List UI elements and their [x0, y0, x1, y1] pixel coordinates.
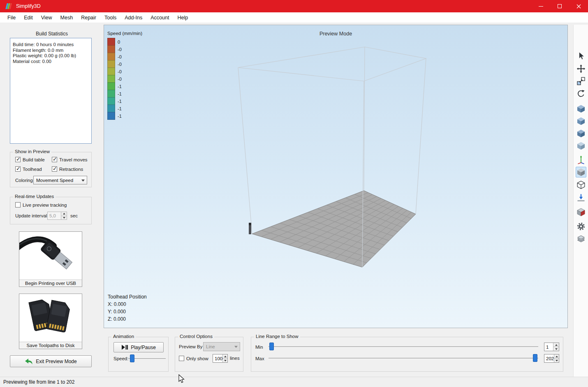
update-interval-label: Update interval	[15, 213, 47, 218]
app-window: Simplify3D FileEditViewMeshRepairToolsAd…	[0, 0, 588, 387]
spinner-up-button[interactable]	[223, 354, 227, 358]
checkbox-toolhead[interactable]: Toolhead	[15, 166, 52, 172]
window-title: Simplify3D	[16, 3, 41, 9]
status-bar: Previewing file from line 1 to 202	[0, 377, 588, 387]
spinner-up-button[interactable]	[554, 354, 559, 358]
save-toolpaths-button[interactable]: Save Toolpaths to Disk	[19, 342, 82, 349]
group-title-control-options: Control Options	[178, 334, 214, 339]
exit-preview-mode-button[interactable]: Exit Preview Mode	[10, 355, 92, 367]
preview-viewport[interactable]: Preview Mode Speed (mm/min) 0-0-0-0-0-0-…	[104, 25, 568, 328]
slider-handle[interactable]	[269, 343, 274, 350]
toolhead-x-value: X: 0.000	[108, 301, 147, 308]
checkbox-travel-moves[interactable]: Travel moves	[52, 157, 88, 162]
legend-color-swatch	[107, 105, 115, 112]
cross-section-icon[interactable]	[576, 207, 586, 217]
min-line-spinner[interactable]: 1	[544, 343, 559, 351]
slider-handle[interactable]	[533, 354, 537, 362]
legend-value-label: -1	[118, 99, 122, 104]
legend-color-swatch	[107, 68, 115, 75]
control-options-group: Control Options Preview By Line Only sho…	[175, 337, 243, 372]
triangle-up-icon	[555, 344, 558, 346]
build-statistics-title: Build Statistics	[0, 31, 104, 37]
group-title-animation: Animation	[111, 334, 136, 339]
slider-handle[interactable]	[130, 354, 134, 362]
checkbox-build-table[interactable]: Build table	[15, 157, 52, 162]
legend-color-swatch	[107, 38, 115, 46]
menu-item-account[interactable]: Account	[146, 15, 173, 21]
move-model-icon[interactable]	[576, 63, 586, 74]
max-line-spinner[interactable]: 202	[544, 354, 559, 363]
menu-item-help[interactable]: Help	[173, 15, 192, 21]
show-in-preview-checkboxes: Build table Travel moves Toolhead Retrac…	[15, 157, 88, 172]
exit-preview-mode-label: Exit Preview Mode	[36, 359, 76, 364]
triangle-up-icon	[556, 356, 558, 357]
lines-label: lines	[230, 356, 240, 361]
app-logo-icon	[4, 3, 13, 9]
menu-item-mesh[interactable]: Mesh	[56, 15, 77, 21]
coordinate-axes-icon[interactable]	[576, 154, 586, 165]
spinner-value: 202	[544, 354, 554, 362]
usb-cable-image	[19, 232, 82, 278]
save-toolpaths-panel[interactable]: Save Toolpaths to Disk	[19, 294, 82, 349]
spinner-down-button[interactable]	[554, 358, 559, 362]
spinner-down-button[interactable]	[223, 358, 227, 362]
maximize-button[interactable]	[550, 0, 569, 12]
legend-entry: -1	[107, 82, 142, 90]
settings-gear-icon[interactable]	[576, 221, 586, 232]
begin-printing-usb-panel[interactable]: Begin Printing over USB	[19, 231, 82, 287]
view-cube-2-icon[interactable]	[576, 116, 586, 126]
min-line-slider[interactable]	[269, 343, 538, 351]
menu-item-tools[interactable]: Tools	[100, 15, 120, 21]
play-pause-label: Play/Pause	[131, 345, 156, 350]
legend-entry: -0	[107, 45, 142, 53]
spinner-value: 100	[213, 354, 222, 362]
group-title-line-range: Line Range to Show	[254, 334, 300, 339]
close-button[interactable]	[569, 0, 588, 12]
speed-legend-title: Speed (mm/min)	[107, 31, 142, 36]
solid-view-icon[interactable]	[576, 167, 586, 177]
animation-speed-slider[interactable]	[128, 354, 166, 363]
play-pause-icon	[121, 345, 128, 350]
select-tool-icon[interactable]	[576, 51, 586, 61]
view-cube-1-icon[interactable]	[576, 103, 586, 114]
spinner-buttons	[222, 354, 227, 362]
menu-item-add-ins[interactable]: Add-Ins	[120, 15, 146, 21]
coloring-select[interactable]: Movement Speed	[33, 176, 87, 184]
spinner-up-button[interactable]	[61, 212, 67, 216]
menu-item-repair[interactable]: Repair	[77, 15, 100, 21]
preview-by-select[interactable]: Line	[203, 342, 240, 351]
checkbox-label: Retractions	[59, 167, 83, 172]
stat-line: Plastic weight: 0.00 g (0.00 lb)	[13, 53, 89, 59]
spinner-up-button[interactable]	[553, 343, 559, 347]
triangle-down-icon	[63, 217, 65, 219]
checkbox-only-show[interactable]: Only show	[179, 356, 208, 361]
begin-printing-usb-button[interactable]: Begin Printing over USB	[19, 280, 82, 287]
only-show-spinner[interactable]: 100	[213, 354, 228, 363]
menu-item-file[interactable]: File	[3, 15, 20, 21]
checkbox-label: Live preview tracking	[23, 203, 67, 207]
view-cube-4-icon[interactable]	[576, 140, 586, 151]
preview-mode-label: Preview Mode	[104, 31, 567, 37]
legend-entry: -0	[107, 75, 142, 83]
play-pause-button[interactable]: Play/Pause	[113, 342, 164, 352]
view-cube-3-icon[interactable]	[576, 128, 586, 139]
title-bar[interactable]: Simplify3D	[0, 0, 588, 12]
max-line-slider[interactable]	[269, 354, 538, 362]
animation-group: Animation Play/Pause Speed:	[108, 337, 169, 372]
checkbox-live-preview-tracking[interactable]: Live preview tracking	[15, 202, 67, 207]
checkbox-box	[52, 166, 57, 172]
rotate-model-icon[interactable]	[576, 89, 586, 99]
menu-item-edit[interactable]: Edit	[20, 15, 37, 21]
minimize-icon	[539, 6, 543, 7]
spinner-down-button[interactable]	[553, 347, 559, 351]
place-on-bed-icon[interactable]	[576, 192, 586, 203]
update-interval-spinner[interactable]: 5,0	[47, 212, 67, 220]
menu-item-view[interactable]: View	[37, 15, 56, 21]
spinner-down-button[interactable]	[61, 216, 67, 220]
minimize-button[interactable]	[531, 0, 550, 12]
wireframe-view-icon[interactable]	[576, 180, 586, 190]
layers-icon[interactable]	[576, 234, 586, 245]
scale-model-icon[interactable]	[576, 76, 586, 86]
checkbox-retractions[interactable]: Retractions	[52, 166, 88, 172]
preview-by-label: Preview By	[179, 344, 203, 349]
